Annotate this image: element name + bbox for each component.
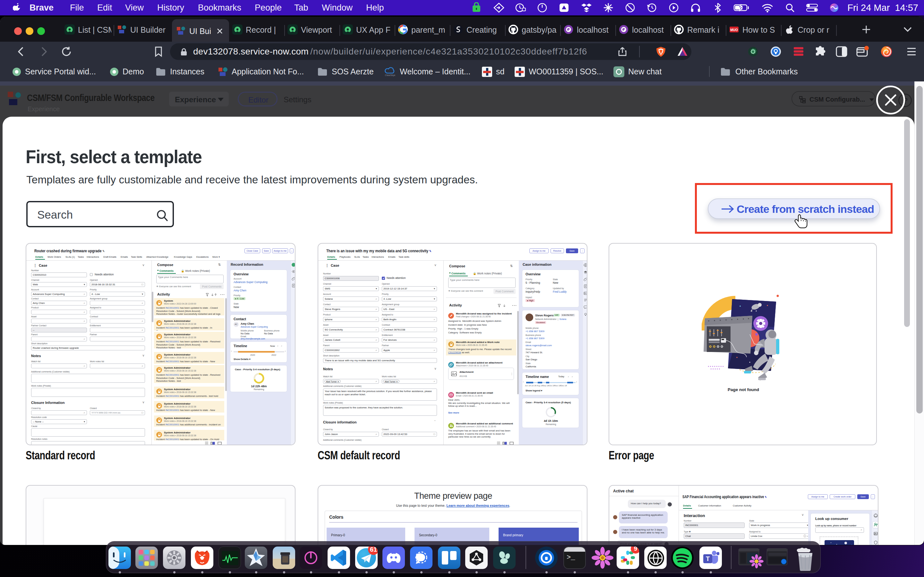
svg-text:MUO: MUO — [730, 28, 738, 32]
svg-text:ClearSkye: ClearSkye — [385, 74, 395, 77]
svg-text:T: T — [706, 555, 710, 562]
